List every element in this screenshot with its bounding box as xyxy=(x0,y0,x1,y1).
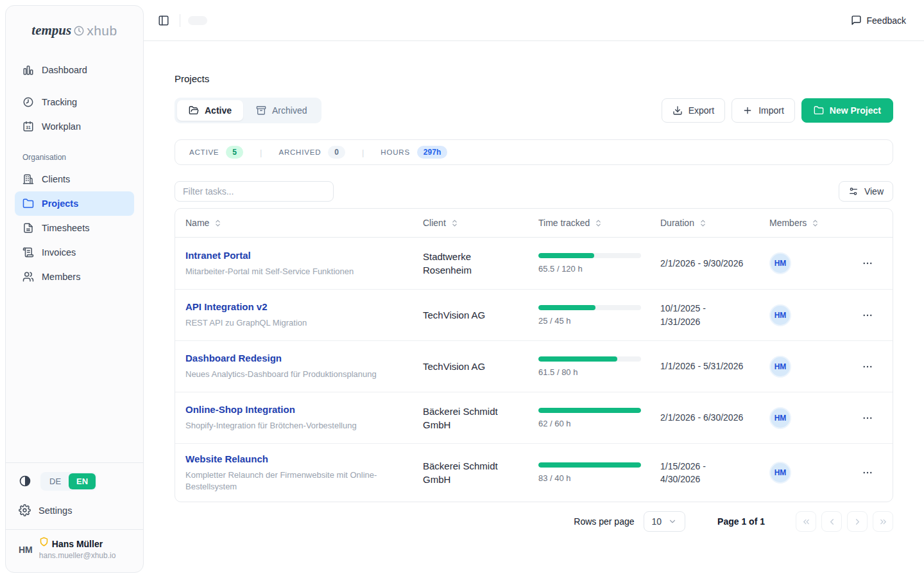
stat-label: ACTIVE xyxy=(189,148,219,156)
row-actions-button[interactable] xyxy=(859,255,876,272)
project-description: Shopify-Integration für Brötchen-Vorbest… xyxy=(185,420,413,432)
sort-icon[interactable] xyxy=(811,219,819,227)
user-email: hans.mueller@xhub.io xyxy=(39,551,116,561)
sort-icon[interactable] xyxy=(594,219,603,227)
sidebar-item-tracking[interactable]: Tracking xyxy=(15,90,134,114)
sidebar-item-label: Workplan xyxy=(42,121,81,132)
client-name: Bäckerei Schmidt GmbH xyxy=(413,405,528,432)
stat-hours: HOURS 297h xyxy=(381,146,447,159)
first-page-button[interactable] xyxy=(796,511,816,532)
project-name-link[interactable]: Dashboard Redesign xyxy=(185,353,282,363)
previous-page-button[interactable] xyxy=(821,511,842,532)
sidebar-item-dashboard[interactable]: Dashboard xyxy=(15,58,134,82)
sidebar-item-label: Members xyxy=(42,272,80,282)
new-project-button[interactable]: New Project xyxy=(801,98,893,123)
rows-per-page-select[interactable]: 10 xyxy=(644,511,686,532)
member-avatar[interactable]: HM xyxy=(769,252,791,274)
sidebar-item-invoices[interactable]: Invoices xyxy=(15,240,134,265)
shield-icon xyxy=(39,537,49,547)
table-header: Name Client Time tracked Duration Member… xyxy=(175,209,893,238)
table-row[interactable]: Website Relaunch Kompletter Relaunch der… xyxy=(175,443,893,502)
project-name-link[interactable]: Online-Shop Integration xyxy=(185,404,295,415)
stat-divider: | xyxy=(362,148,364,157)
ellipsis-icon xyxy=(862,412,873,424)
client-name: TechVision AG xyxy=(413,308,528,322)
project-description: Neues Analytics-Dashboard für Produktion… xyxy=(185,369,413,380)
table-row[interactable]: API Integration v2 REST API zu GraphQL M… xyxy=(175,289,893,340)
sort-icon[interactable] xyxy=(214,219,222,227)
sidebar-item-timesheets[interactable]: Timesheets xyxy=(15,216,134,240)
new-project-label: New Project xyxy=(830,105,881,116)
table-body: Intranet Portal Mitarbeiter-Portal mit S… xyxy=(175,238,893,502)
filter-tasks-input[interactable] xyxy=(175,181,334,202)
folder-icon xyxy=(814,105,824,116)
project-name-link[interactable]: Intranet Portal xyxy=(185,250,251,261)
users-icon xyxy=(22,271,34,283)
row-actions-button[interactable] xyxy=(859,358,876,375)
language-toggle[interactable]: DE EN xyxy=(40,472,97,491)
import-button[interactable]: Import xyxy=(732,98,795,123)
stats-bar: ACTIVE 5 | ARCHIVED 0 | HOURS 297h xyxy=(175,139,893,165)
table-row[interactable]: Intranet Portal Mitarbeiter-Portal mit S… xyxy=(175,238,893,289)
tab-label: Active xyxy=(205,105,232,116)
sort-icon[interactable] xyxy=(699,219,707,227)
export-button[interactable]: Export xyxy=(662,98,725,123)
sidebar-item-settings[interactable]: Settings xyxy=(15,498,134,523)
column-header-duration: Duration xyxy=(660,218,694,228)
table-row[interactable]: Online-Shop Integration Shopify-Integrat… xyxy=(175,392,893,443)
duration-value: 1/15/2026 - 4/30/2026 xyxy=(650,460,759,486)
user-name: Hans Müller xyxy=(52,539,103,550)
sidebar-item-clients[interactable]: Clients xyxy=(15,167,134,191)
user-profile[interactable]: HM Hans Müller hans.mueller@xhub.io xyxy=(6,529,143,573)
stat-label: ARCHIVED xyxy=(278,148,321,156)
status-tabs: Active Archived xyxy=(175,98,321,123)
pagination: Rows per page 10 Page 1 of 1 xyxy=(175,507,893,536)
member-avatar[interactable]: HM xyxy=(769,304,791,326)
tab-archived[interactable]: Archived xyxy=(244,100,318,121)
project-name-link[interactable]: API Integration v2 xyxy=(185,301,268,312)
sort-icon[interactable] xyxy=(450,219,459,227)
export-label: Export xyxy=(689,105,714,116)
user-initials: HM xyxy=(15,545,33,555)
progress-bar-fill xyxy=(538,408,641,413)
sidebar-item-workplan[interactable]: 31 Workplan xyxy=(15,114,134,139)
rows-per-page-value: 10 xyxy=(652,516,662,527)
sidebar-item-label: Clients xyxy=(42,174,70,184)
sidebar-item-projects[interactable]: Projects xyxy=(15,191,134,216)
member-avatar[interactable]: HM xyxy=(769,356,791,378)
sidebar-item-members[interactable]: Members xyxy=(15,265,134,289)
logo-clock-icon xyxy=(73,25,85,37)
chevrons-right-icon xyxy=(878,517,888,527)
page-title: Projects xyxy=(175,73,893,84)
feedback-button[interactable]: Feedback xyxy=(851,15,906,26)
sidebar-item-label: Tracking xyxy=(42,97,77,107)
sidebar-section-organisation: Organisation xyxy=(22,153,134,162)
bar-chart-icon xyxy=(22,64,34,76)
last-page-button[interactable] xyxy=(873,511,893,532)
language-option-de[interactable]: DE xyxy=(42,473,69,489)
sidebar-item-label: Invoices xyxy=(42,247,76,258)
next-page-button[interactable] xyxy=(847,511,868,532)
member-avatar[interactable]: HM xyxy=(769,407,791,429)
progress-bar xyxy=(538,356,641,362)
time-tracked-value: 61.5 / 80 h xyxy=(538,367,650,377)
row-actions-button[interactable] xyxy=(859,464,876,481)
row-actions-button[interactable] xyxy=(859,307,876,324)
duration-value: 10/1/2025 - 1/31/2026 xyxy=(650,302,759,328)
member-avatar[interactable]: HM xyxy=(769,462,791,484)
archive-icon xyxy=(256,105,266,116)
project-name-link[interactable]: Website Relaunch xyxy=(185,453,268,464)
document-icon xyxy=(22,222,34,234)
clock-icon xyxy=(22,96,34,108)
sidebar-toggle-button[interactable] xyxy=(155,12,172,29)
client-name: Bäckerei Schmidt GmbH xyxy=(413,459,528,486)
progress-bar xyxy=(538,408,641,413)
topbar: Feedback xyxy=(144,0,924,41)
logo-xhub: xhub xyxy=(87,23,117,39)
language-option-en[interactable]: EN xyxy=(69,473,96,489)
theme-contrast-icon[interactable] xyxy=(19,475,31,487)
table-row[interactable]: Dashboard Redesign Neues Analytics-Dashb… xyxy=(175,340,893,392)
view-button[interactable]: View xyxy=(839,181,893,202)
tab-active[interactable]: Active xyxy=(177,100,243,121)
row-actions-button[interactable] xyxy=(859,410,876,426)
